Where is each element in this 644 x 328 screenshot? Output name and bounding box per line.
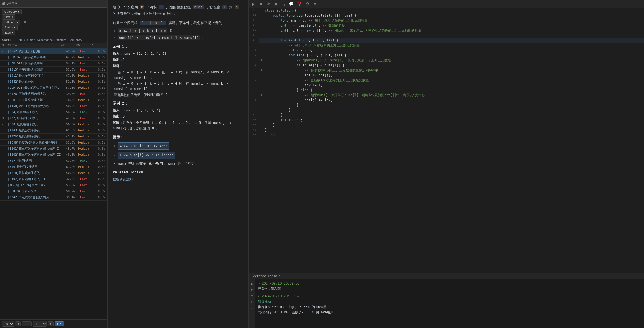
problem-row[interactable]: [1458]两个子序列的最大点积50.3%Hard0.0% [0,103,107,109]
go-button[interactable]: Go [55,321,64,326]
console-close-icon[interactable]: ✕ [250,306,254,310]
difficulty-col: Medium [76,123,91,126]
per-page-select[interactable]: 50 [2,321,14,327]
code-line: 48 [249,33,644,38]
problem-row[interactable]: ✓[2552]统计上升四元组45.2%Hard0.0% [0,48,107,54]
code-editor[interactable]: 43class Solution {44 public long countQu… [249,8,644,273]
title-col: [2542]最大化分数 [8,80,61,84]
problem-row[interactable]: [LCR 119]最长连续序列48.3%Medium0.0% [0,97,107,103]
line-number: 56 [249,73,259,78]
problem-row[interactable]: [516]最长回文子序列67.2%Medium0.0% [0,164,107,170]
help-button[interactable]: ❓ [296,1,303,7]
sort-btn-title[interactable]: Title [16,38,23,42]
problem-row[interactable]: [LCR 095]最长公共子序列64.9%Medium0.0% [0,54,107,61]
console-down-icon[interactable]: ▼ [250,288,254,291]
sort-btn-acceptance[interactable]: Acceptance [36,38,54,42]
frequency-col: 0.0% [91,68,105,71]
comment-button[interactable]: 💬 [288,1,295,7]
ac-col: 54.7% [61,62,76,65]
line-gutter [259,43,264,48]
ac-col: 52.1% [61,80,76,84]
code-line: 63 } [249,108,644,113]
problem-row[interactable]: [594]最长和谐子序列56.6%Easy0.0% [0,109,107,115]
run-button[interactable]: ▶ [251,1,256,7]
line-number: 67 [249,127,259,132]
console-up-icon[interactable]: ▲ [250,282,254,285]
title-col: [1143]最长公共子序列 [8,128,61,132]
frequency-col: 0.0% [91,196,105,199]
problem-row[interactable]: [1143]最长公共子序列65.6%Medium0.0% [0,127,107,134]
ac-col: 53.6% [61,183,76,187]
line-content: int idx = 0; [264,48,644,53]
line-number: 61 [249,98,259,103]
sort-btn-solution[interactable]: Solution [23,38,36,42]
line-gutter [259,132,264,137]
problem-row[interactable]: [2407]最长递增子序列 II32.0%Hard0.0% [0,176,107,182]
problem-row[interactable]: [LCR 097]不同的子序列54.7%Hard0.0% [0,61,107,67]
ac-col: 64.9% [61,56,76,59]
line-content: } [264,103,644,108]
ac-col: 39.0% [61,92,76,96]
example2-title: 示例 2： [113,100,243,106]
difficulty-col: Hard [76,62,91,65]
problem-row[interactable]: [LCR 093]最短的双边距离子序列的长度57.1%Medium0.0% [0,85,107,91]
console-area: Leetcode Console ▲ ▼ ≡ ⬇ ✕ > 2024/09/10 … [249,273,644,328]
page-select[interactable]: 1 [33,321,47,327]
sort-btn-s[interactable]: S [12,38,16,42]
stop-button[interactable]: ⏹ [258,1,264,7]
problem-row[interactable]: $[727]最小窗口子序列42.9%Hard0.0% [0,115,107,121]
frequency-col: 0.0% [91,110,105,114]
toolbar-btn-4[interactable]: ▣ [273,1,278,7]
problem-row[interactable]: [1218]最长定差子序列50.3%Medium0.0% [0,170,107,176]
problem-row[interactable]: [面试题 17.24]最大子矩阵53.6%Hard0.0% [0,182,107,188]
problem-row[interactable]: [3201]找出有效子序列的最大长度 I45.7%Medium0.0% [0,146,107,152]
close-button[interactable]: ✕ [312,1,318,7]
line-number: 55 [249,68,259,73]
line-gutter [259,83,264,88]
problem-row[interactable]: ✓[300]最长递增子序列56.3%Medium0.0% [0,121,107,127]
console-download-icon[interactable]: ⬇ [250,300,254,304]
frequency-col: 0.0% [91,104,105,108]
filter-btn-tags[interactable]: Tags ▾ [2,30,15,35]
line-content: // 更新以l为右边界的上升三元数组的数量 [264,78,644,83]
line-gutter [259,58,264,63]
title-col: [2407]最长递增子序列 II [8,177,61,181]
problem-row[interactable]: [2813]子序列最大优雅度53.6%Hard0.0% [0,67,107,73]
frequency-col: 0.0% [91,165,105,169]
problem-row[interactable]: [2242]节点次序列的最大得分35.1%Hard0.0% [0,194,107,201]
line-number: 44 [249,13,259,18]
problem-row[interactable]: [3202]找出有效子序列的最大长度 II48.1%Medium0.0% [0,152,107,158]
filter-btn-status[interactable]: Status ▾ [2,25,18,30]
prev-page-button[interactable]: < [15,321,21,326]
line-number: 43 [249,8,259,13]
filter-btn-difficulty[interactable]: Difficulty ▾ [2,20,20,25]
problem-row[interactable]: [2926]平衡子序列的最大和39.0%Hard0.0% [0,91,107,97]
line-content: ans += cnt[j]; [264,73,644,78]
toolbar-btn-5[interactable]: ⬚ [280,1,286,7]
line-gutter [259,38,264,43]
close-filters-button[interactable]: ✕ [23,20,27,24]
code-line: 58 idx += 1; [249,83,644,88]
problem-row[interactable]: [1911]最大子序列交替和67.5%Medium0.0% [0,73,107,79]
sort-btn-difficulty[interactable]: Difficulty [54,38,67,42]
problem-row[interactable]: [2098]长度为K的最大偶数和子序列33.8%Medium0.0% [0,140,107,146]
console-menu-icon[interactable]: ≡ [250,294,254,298]
next-page-button[interactable]: > [48,321,53,326]
frequency-col: 0.0% [91,123,105,126]
problem-row[interactable]: [LCR 040]最大矩形58.7%Hard0.0% [0,188,107,194]
filter-btn-category[interactable]: Category ▾ [2,9,22,14]
problem-row[interactable]: [392]判断子序列52.7%Easy0.0% [0,158,107,164]
console-content-wrapper: ▲ ▼ ≡ ⬇ ✕ > 2024/09/10 20:39:55已提交，请稍等> … [249,279,644,328]
problem-row[interactable]: [2370]最长理想子序列43.7%Medium0.0% [0,134,107,140]
problem-row[interactable]: [2542]最大化分数52.1%Medium0.0% [0,79,107,85]
line-content: } [264,123,644,127]
sort-btn-frequency[interactable]: Frequency [67,38,83,42]
refresh-button[interactable]: ⟳ [266,1,271,7]
frequency-col: 0.0% [91,116,105,120]
hints-title: 提示： [113,134,243,140]
frequency-col: 0.0% [91,171,105,175]
filter-btn-lists[interactable]: Lists ▾ [2,14,15,20]
settings-button[interactable]: ⚙ [305,1,311,7]
page-number-input[interactable] [22,321,32,326]
top-bar-label: 最大子序列 [2,2,17,6]
